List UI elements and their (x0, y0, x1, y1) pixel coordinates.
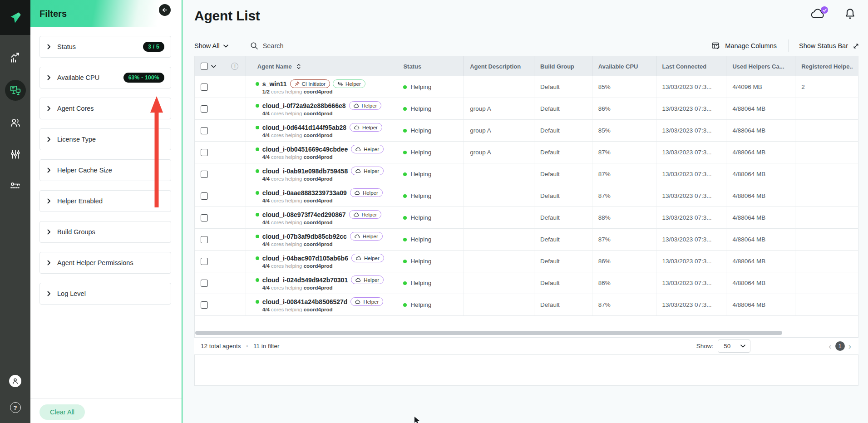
helper-badge: Helper (351, 167, 384, 175)
build-group-cell: Default (534, 294, 592, 315)
chevron-down-icon (740, 344, 745, 348)
build-group-cell: Default (534, 229, 592, 250)
nav-item-licenses[interactable] (5, 176, 26, 196)
column-header-last-connected[interactable]: Last Connected (656, 56, 727, 76)
sort-icon[interactable] (296, 63, 301, 70)
show-all-dropdown[interactable]: Show All (194, 42, 228, 49)
page-size-value: 50 (724, 343, 730, 349)
nav-item-users[interactable] (5, 113, 26, 133)
row-checkbox[interactable] (201, 192, 208, 200)
agent-description-cell (464, 163, 534, 185)
table-row[interactable]: cloud_i-04bac907d105ab6b6 Helper 4/4 cor… (195, 251, 858, 272)
help-button[interactable]: ? (10, 402, 21, 413)
column-header-available-cpu[interactable]: Available CPU (592, 56, 656, 76)
cloud-icon (355, 169, 361, 173)
status-label: Helping (410, 214, 431, 221)
table-row[interactable]: cloud_i-0f72a9a2e88b666e8 Helper 4/4 cor… (195, 98, 858, 120)
agent-description-cell (464, 272, 534, 294)
filter-item-available-cpu[interactable]: Available CPU 63% - 100% (39, 67, 171, 89)
agent-cores-subtext: 4/4 cores helping coord4prod (262, 154, 333, 160)
row-checkbox[interactable] (201, 214, 208, 221)
table-row[interactable]: cloud_i-0aae8883239733a09 Helper 4/4 cor… (195, 185, 858, 207)
manage-columns-button[interactable]: Manage Columns (711, 41, 777, 50)
select-all-checkbox[interactable] (201, 63, 208, 70)
filter-item-agent-helper-permissions[interactable]: Agent Helper Permissions (39, 252, 171, 274)
filter-item-status[interactable]: Status 3 / 5 (39, 36, 171, 58)
table-row[interactable]: cloud_i-0ab91e098db759458 Helper 4/4 cor… (195, 163, 858, 185)
filter-item-build-groups[interactable]: Build Groups (39, 221, 171, 243)
agent-name: cloud_i-04bac907d105ab6b6 (262, 255, 348, 262)
status-label: Helping (410, 105, 431, 112)
collapse-filters-button[interactable] (159, 4, 171, 16)
previous-page-button[interactable]: ‹ (829, 342, 831, 350)
agent-badges: Helper (351, 275, 384, 284)
table-row[interactable]: cloud_i-00841a24b8506527d Helper 4/4 cor… (195, 294, 858, 316)
row-checkbox[interactable] (201, 236, 208, 243)
agent-online-dot (256, 148, 259, 151)
select-menu-chevron-icon[interactable] (211, 65, 216, 68)
available-cpu-cell: 86% (592, 272, 656, 294)
table-header-row: ! Agent Name Status Agent Description Bu… (195, 56, 858, 76)
show-status-bar-button[interactable]: Show Status Bar (799, 42, 859, 49)
row-checkbox[interactable] (201, 149, 208, 156)
registered-helpers-cell (795, 142, 858, 163)
agent-badges: Helper (351, 167, 384, 175)
notifications-bell-icon[interactable] (844, 7, 856, 21)
last-connected-cell: 13/03/2023 07:3... (656, 294, 727, 315)
table-row[interactable]: cloud_i-07b3af9db85cb92cc Helper 4/4 cor… (195, 229, 858, 251)
table-row[interactable]: cloud_i-0b0451669c49cbdee Helper 4/4 cor… (195, 142, 858, 163)
next-page-button[interactable]: › (848, 342, 851, 350)
table-row[interactable]: cloud_i-024d549d942b70301 Helper 4/4 cor… (195, 272, 858, 294)
column-header-used-helpers[interactable]: Used Helpers Ca... (726, 56, 795, 76)
agent-description-cell (464, 251, 534, 272)
row-alert-cell (224, 251, 246, 272)
agent-name: cloud_i-0d6441d144f95ab28 (262, 124, 346, 131)
available-cpu-cell: 87% (592, 185, 656, 207)
page-size-select[interactable]: 50 (718, 339, 750, 353)
app-logo[interactable] (0, 0, 30, 35)
row-checkbox[interactable] (201, 171, 208, 178)
column-header-build-group[interactable]: Build Group (534, 56, 592, 76)
user-avatar[interactable] (9, 375, 21, 387)
row-checkbox[interactable] (201, 84, 208, 91)
last-connected-cell: 13/03/2023 07:3... (656, 76, 727, 98)
clear-all-button[interactable]: Clear All (39, 404, 85, 420)
table-row[interactable]: cloud_i-08e973f74ed290867 Helper 4/4 cor… (195, 207, 858, 229)
agent-description-cell (464, 185, 534, 207)
cloud-status-button[interactable] (810, 7, 827, 21)
row-checkbox[interactable] (201, 127, 208, 134)
status-label: Helping (410, 301, 431, 308)
search-input[interactable] (263, 42, 363, 49)
filter-item-log-level[interactable]: Log Level (39, 283, 171, 305)
row-checkbox[interactable] (201, 301, 208, 309)
nav-item-settings[interactable] (5, 144, 26, 164)
nav-item-analytics[interactable] (5, 48, 26, 68)
available-cpu-cell: 87% (592, 142, 656, 163)
row-checkbox[interactable] (201, 105, 208, 113)
agent-online-dot (256, 82, 259, 86)
used-helpers-cell: 4/88064 MB (726, 229, 795, 250)
agent-name: cloud_i-0b0451669c49cbdee (262, 146, 348, 153)
table-row[interactable]: cloud_i-0d6441d144f95ab28 Helper 4/4 cor… (195, 120, 858, 142)
column-header-agent-description[interactable]: Agent Description (464, 56, 534, 76)
agent-online-dot (256, 104, 259, 108)
column-header-registered-helpers[interactable]: Registered Helpe.. (795, 56, 858, 76)
column-header-agent-name[interactable]: Agent Name (246, 56, 398, 76)
agent-description-cell: group A (464, 98, 534, 119)
alert-column-icon: ! (231, 63, 238, 70)
status-dot (403, 85, 407, 89)
column-header-status[interactable]: Status (397, 56, 464, 76)
available-cpu-cell: 87% (592, 229, 656, 250)
row-checkbox[interactable] (201, 280, 208, 287)
horizontal-scrollbar-thumb[interactable] (195, 331, 782, 335)
nav-item-agents[interactable] (5, 80, 26, 101)
registered-helpers-cell (795, 272, 858, 294)
filter-label: Log Level (57, 290, 86, 297)
agent-name: s_win11 (262, 80, 287, 88)
row-checkbox[interactable] (201, 258, 208, 265)
last-connected-cell: 13/03/2023 07:3... (656, 229, 727, 250)
swap-arrows-icon (337, 82, 343, 86)
table-row[interactable]: s_win11 CI InitiatorHelper 1/2 cores hel… (195, 76, 858, 98)
status-label: Helping (410, 84, 431, 90)
filter-label: Available CPU (57, 74, 99, 81)
